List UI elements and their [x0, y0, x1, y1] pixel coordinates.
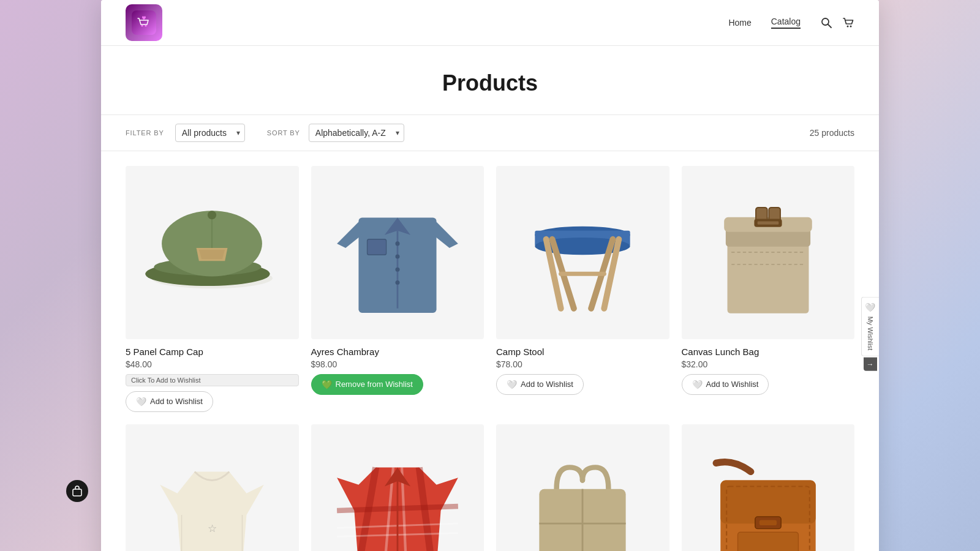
wishlist-arrow-button[interactable]: →	[864, 357, 877, 370]
svg-point-6	[850, 26, 852, 28]
product-image-wrap	[496, 424, 669, 552]
shopify-badge[interactable]	[66, 480, 88, 502]
sort-by-label: SORT BY	[267, 129, 300, 137]
product-card: Camp Stool $78.00 🤍 Add to Wishlist	[496, 166, 669, 412]
filter-by-label: FILTER BY	[126, 129, 164, 137]
product-image-wrap: ☆	[126, 424, 299, 552]
wishlist-tab-heart-icon: 🤍	[865, 302, 875, 313]
product-card: Canvas Lunch Bag $32.00 🤍 Add to Wishlis…	[682, 166, 855, 412]
logo-image	[126, 4, 162, 41]
product-card: Leather Satchel $120.00 🤍 Add to Wishlis…	[682, 424, 855, 552]
wishlist-btn-label: Add to Wishlist	[706, 380, 759, 389]
product-image-wrap	[311, 424, 484, 552]
page-title-section: Products	[101, 46, 879, 114]
search-icon	[820, 17, 832, 29]
product-price: $98.00	[311, 359, 484, 369]
svg-rect-64	[737, 532, 798, 551]
logo-wrap[interactable]	[126, 4, 162, 41]
wishlist-btn-label: Add to Wishlist	[150, 397, 203, 406]
product-image-wrap	[682, 166, 855, 339]
wishlist-button[interactable]: 💚 Remove from Wishlist	[311, 374, 423, 395]
product-card: Field Bag $55.00 🤍 Add to Wishlist	[496, 424, 669, 552]
sort-select[interactable]: Alphabetically, A-Z	[309, 124, 404, 142]
wishlist-tab[interactable]: 🤍 My Wishlist	[861, 297, 879, 356]
svg-point-20	[395, 242, 399, 246]
heart-icon: 🤍	[136, 397, 146, 407]
search-button[interactable]	[820, 17, 832, 29]
svg-marker-42	[160, 471, 265, 551]
wishlist-button[interactable]: 🤍 Add to Wishlist	[126, 391, 213, 412]
wishlist-btn-label: Add to Wishlist	[521, 380, 573, 389]
store-window: Home Catalog Products FILTER BY	[101, 0, 879, 551]
svg-rect-62	[760, 520, 777, 525]
svg-point-14	[208, 211, 216, 219]
svg-rect-0	[132, 10, 156, 35]
product-card: Ayres Chambray $98.00 💚 Remove from Wish…	[311, 166, 484, 412]
product-image-wrap	[311, 166, 484, 339]
product-name: 5 Panel Camp Cap	[126, 347, 299, 357]
wishlist-tooltip: Click To Add to Wishlist	[126, 374, 299, 386]
product-image-wrap	[496, 166, 669, 339]
svg-point-3	[822, 18, 829, 25]
product-price: $48.00	[126, 359, 299, 369]
wishlist-tab-label: My Wishlist	[867, 317, 874, 351]
heart-icon: 🤍	[692, 380, 703, 389]
wishlist-sidebar: 🤍 My Wishlist →	[861, 297, 879, 371]
svg-point-1	[141, 25, 143, 27]
nav-catalog[interactable]: Catalog	[771, 17, 801, 29]
svg-point-23	[395, 280, 399, 285]
product-name: Ayres Chambray	[311, 347, 484, 357]
svg-text:☆: ☆	[208, 523, 217, 534]
filter-select-wrapper[interactable]: All products	[175, 124, 245, 142]
cart-button[interactable]	[842, 17, 854, 29]
product-price: $32.00	[682, 359, 855, 369]
svg-point-5	[847, 26, 849, 28]
svg-marker-13	[199, 250, 225, 260]
products-grid: 5 Panel Camp Cap $48.00 Click To Add to …	[126, 166, 854, 551]
product-image-wrap	[682, 424, 855, 552]
svg-rect-65	[73, 489, 81, 496]
main-nav: Home Catalog	[728, 17, 801, 29]
wishlist-button[interactable]: 🤍 Add to Wishlist	[682, 374, 769, 395]
wishlist-btn-label: Remove from Wishlist	[336, 380, 413, 389]
svg-rect-39	[757, 222, 778, 225]
header: Home Catalog	[101, 0, 879, 46]
svg-line-4	[828, 24, 831, 28]
svg-point-22	[395, 268, 399, 272]
heart-icon: 🤍	[507, 380, 517, 389]
sort-group: SORT BY Alphabetically, A-Z	[267, 124, 404, 142]
product-card: ☆ Crew Tee $24.00 🤍 Add to Wishlist	[126, 424, 299, 552]
svg-point-2	[145, 25, 147, 27]
product-card: Flannel Shirt $68.00 🤍 Add to Wishlist	[311, 424, 484, 552]
page-title: Products	[101, 70, 879, 96]
svg-rect-33	[727, 240, 809, 313]
products-section: 5 Panel Camp Cap $48.00 Click To Add to …	[101, 151, 879, 551]
product-count: 25 products	[810, 128, 854, 138]
heart-icon: 💚	[322, 380, 332, 389]
product-image-wrap	[126, 166, 299, 339]
sort-select-wrapper[interactable]: Alphabetically, A-Z	[309, 124, 404, 142]
wishlist-button[interactable]: 🤍 Add to Wishlist	[496, 374, 584, 395]
nav-home[interactable]: Home	[728, 18, 751, 28]
cart-icon	[842, 17, 854, 29]
header-icons	[820, 17, 854, 29]
product-name: Canvas Lunch Bag	[682, 347, 855, 357]
filter-select[interactable]: All products	[175, 124, 245, 142]
filter-bar: FILTER BY All products SORT BY Alphabeti…	[101, 114, 879, 151]
product-name: Camp Stool	[496, 347, 669, 357]
product-price: $78.00	[496, 359, 669, 369]
svg-rect-24	[367, 239, 386, 255]
svg-point-21	[395, 255, 399, 259]
shopify-bag-icon	[71, 485, 83, 497]
product-card: 5 Panel Camp Cap $48.00 Click To Add to …	[126, 166, 299, 412]
